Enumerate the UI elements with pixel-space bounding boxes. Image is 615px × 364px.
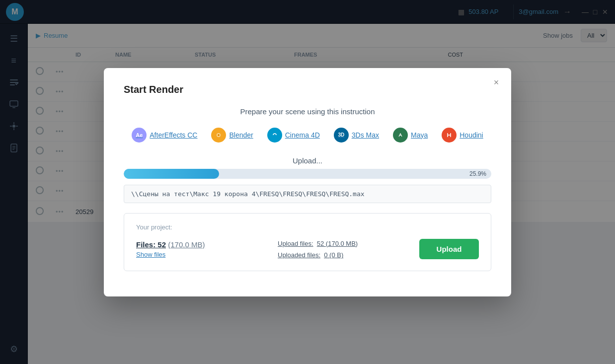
files-count: Files: 52 (170.0 MB) [136,240,258,249]
cinema4d-link[interactable]: Cinema 4D [267,128,320,143]
svg-point-17 [271,131,279,139]
houdini-icon [442,128,457,143]
project-box: Your project: Files: 52 (170.0 MB) Show … [124,213,491,272]
blender-label: Blender [229,131,253,139]
upload-progress-text: 25.9% [469,170,486,177]
aftereffects-link[interactable]: Ae AfterEffects CC [132,128,197,143]
modal-close-button[interactable]: × [489,76,503,90]
show-files-link[interactable]: Show files [136,251,258,258]
blender-link[interactable]: Blender [211,128,253,143]
upload-stats: Upload files: 52 (170.0 MB) Uploaded fil… [278,238,399,261]
houdini-link[interactable]: Houdini [442,128,483,143]
houdini-label: Houdini [460,131,483,139]
blender-icon [211,128,226,143]
modal-subtitle: Prepare your scene using this instructio… [124,107,491,116]
maya-label: Maya [411,131,428,139]
app-background: M ▦ 503.80 AP 3@gmail.com → — □ ✕ ☰ ≡ [0,0,615,364]
cinema4d-label: Cinema 4D [285,131,320,139]
upload-progress-bar: 25.9% [124,169,491,179]
3dsmax-label: 3Ds Max [352,131,379,139]
start-render-modal: × Start Render Prepare your scene using … [104,68,511,296]
project-section-label: Your project: [136,223,479,231]
modal-title: Start Render [124,84,491,95]
uploaded-files-label: Uploaded files: [278,251,320,259]
modal-overlay: × Start Render Prepare your scene using … [0,0,615,364]
uploaded-files-value: 0 (0 B) [324,251,343,259]
project-files-info: Files: 52 (170.0 MB) Show files [136,240,258,258]
aftereffects-icon: Ae [132,128,147,143]
3dsmax-icon: 3D [334,128,349,143]
cinema4d-icon [267,128,282,143]
upload-files-value: 52 (170.0 MB) [317,240,358,247]
upload-button[interactable]: Upload [419,239,479,259]
app-icons-row: Ae AfterEffects CC Blender Cinema 4D [124,128,491,143]
aftereffects-label: AfterEffects CC [150,131,197,139]
upload-label: Upload... [124,156,491,165]
maya-link[interactable]: Maya [393,128,428,143]
upload-progress-fill [124,169,219,179]
file-path-display: \\Сцены на тест\Макс 19 корона 4\FRESQ\F… [124,185,491,203]
project-info-row: Files: 52 (170.0 MB) Show files Upload f… [136,238,479,261]
maya-icon [393,128,408,143]
svg-point-16 [218,134,220,136]
upload-files-label: Upload files: [278,240,313,247]
3dsmax-link[interactable]: 3D 3Ds Max [334,128,379,143]
